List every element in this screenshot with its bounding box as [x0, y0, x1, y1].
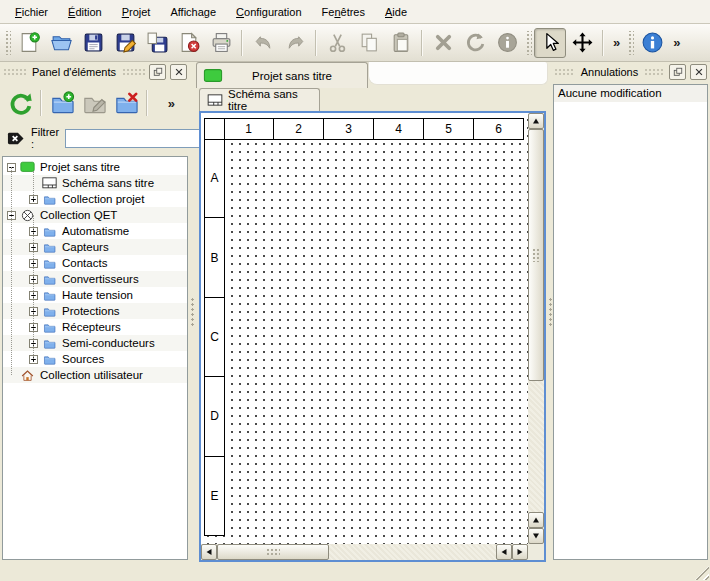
- file-toolbar-handle[interactable]: [4, 31, 11, 55]
- mode-toolbar-handle[interactable]: [525, 31, 532, 55]
- scroll-left-button-2[interactable]: [496, 544, 512, 560]
- reload-icon: [8, 91, 33, 116]
- copy-icon: [358, 31, 381, 54]
- undo-dock-header[interactable]: Annulations: [551, 62, 710, 82]
- expander-icon[interactable]: [7, 211, 16, 220]
- folder-icon: [41, 224, 57, 238]
- horizontal-scroll-track[interactable]: [217, 544, 496, 560]
- save-all-button[interactable]: [141, 28, 173, 58]
- info-toolbar-handle[interactable]: [627, 31, 634, 55]
- close-icon: [694, 67, 704, 77]
- properties-button[interactable]: [491, 28, 523, 58]
- tree-item-haute-tension[interactable]: Haute tension: [3, 287, 187, 303]
- float-dock-button[interactable]: [149, 64, 166, 80]
- tree-item-schema-sans-titre[interactable]: Schéma sans titre: [3, 175, 187, 191]
- diagram-canvas[interactable]: 123456 ABCDE: [201, 113, 528, 544]
- folder-icon: [41, 192, 57, 206]
- expander-icon[interactable]: [29, 291, 38, 300]
- scroll-left-button[interactable]: [201, 544, 217, 560]
- tree-item-projet-sans-titre[interactable]: Projet sans titre: [3, 159, 187, 175]
- tree-item-capteurs[interactable]: Capteurs: [3, 239, 187, 255]
- tree-item-semi-conducteurs[interactable]: Semi-conducteurs: [3, 335, 187, 351]
- reload-button[interactable]: [4, 87, 36, 119]
- menu-fichier[interactable]: Fichier: [6, 3, 57, 21]
- scroll-up-button[interactable]: [528, 113, 544, 129]
- ruler-row-cell: E: [204, 457, 225, 536]
- toolbar-separator: [315, 30, 317, 56]
- horizontal-scrollbar[interactable]: [201, 544, 528, 560]
- menu-affichage[interactable]: Affichage: [161, 3, 225, 21]
- tree-item-recepteurs[interactable]: Récepteurs: [3, 319, 187, 335]
- scroll-down-button[interactable]: [528, 528, 544, 544]
- menu-fenetres[interactable]: Fenêtres: [313, 3, 374, 21]
- tree-item-label: Collection projet: [60, 193, 144, 205]
- open-document-button[interactable]: [45, 28, 77, 58]
- vertical-scroll-track[interactable]: [528, 129, 544, 512]
- tree-item-collection-projet[interactable]: Collection projet: [3, 191, 187, 207]
- new-document-button[interactable]: [13, 28, 45, 58]
- elements-panel-header[interactable]: Panel d'éléments: [0, 62, 190, 82]
- menu-configuration[interactable]: Configuration: [227, 3, 310, 21]
- menu-edition[interactable]: Édition: [59, 3, 111, 21]
- vertical-scroll-thumb[interactable]: [528, 129, 544, 381]
- schema-tab-label: Schéma sans titre: [228, 88, 312, 112]
- close-dock-button[interactable]: [690, 64, 707, 80]
- expander-icon[interactable]: [29, 275, 38, 284]
- select-mode-button[interactable]: [534, 28, 566, 58]
- expander-icon[interactable]: [7, 163, 16, 172]
- save-as-button[interactable]: [109, 28, 141, 58]
- float-dock-button[interactable]: [669, 64, 686, 80]
- expander-icon[interactable]: [29, 259, 38, 268]
- expander-icon[interactable]: [29, 355, 38, 364]
- tab-project[interactable]: Projet sans titre: [196, 62, 368, 88]
- expander-icon[interactable]: [29, 339, 38, 348]
- menu-projet[interactable]: Projet: [113, 3, 160, 21]
- cut-button[interactable]: [321, 28, 353, 58]
- redo-button[interactable]: [279, 28, 311, 58]
- undo-history-item[interactable]: Aucune modification: [554, 85, 707, 102]
- tree-item-sources[interactable]: Sources: [3, 351, 187, 367]
- about-button[interactable]: [636, 28, 668, 58]
- tree-item-label: Collection QET: [38, 209, 117, 221]
- scroll-mode-button[interactable]: [566, 28, 598, 58]
- expander-icon[interactable]: [29, 243, 38, 252]
- expander-icon[interactable]: [29, 307, 38, 316]
- tree-item-protections[interactable]: Protections: [3, 303, 187, 319]
- toolbar-overflow-button[interactable]: »: [163, 96, 180, 111]
- resize-grip[interactable]: [695, 566, 709, 580]
- tree-item-automatisme[interactable]: Automatisme: [3, 223, 187, 239]
- delete-button[interactable]: [427, 28, 459, 58]
- vertical-scrollbar[interactable]: [528, 113, 544, 544]
- clear-filter-icon[interactable]: [6, 130, 25, 147]
- float-icon: [153, 67, 163, 77]
- new-category-button[interactable]: [46, 87, 78, 119]
- close-document-button[interactable]: [173, 28, 205, 58]
- copy-button[interactable]: [353, 28, 385, 58]
- toolbar-separator: [602, 30, 604, 56]
- folder-icon: [41, 336, 57, 350]
- toolbar-overflow-button[interactable]: »: [608, 35, 625, 50]
- scroll-up-button-2[interactable]: [528, 512, 544, 528]
- rotate-button[interactable]: [459, 28, 491, 58]
- expander-icon[interactable]: [29, 227, 38, 236]
- print-button[interactable]: [205, 28, 237, 58]
- tab-schema[interactable]: Schéma sans titre: [199, 88, 320, 111]
- delete-category-button[interactable]: [110, 87, 142, 119]
- tree-item-convertisseurs[interactable]: Convertisseurs: [3, 271, 187, 287]
- tree-item-contacts[interactable]: Contacts: [3, 255, 187, 271]
- close-dock-button[interactable]: [170, 64, 187, 80]
- toolbar-overflow-button[interactable]: »: [668, 35, 685, 50]
- schema-icon: [41, 176, 57, 190]
- expander-icon[interactable]: [29, 323, 38, 332]
- paste-button[interactable]: [385, 28, 417, 58]
- scroll-right-button[interactable]: [512, 544, 528, 560]
- undo-button[interactable]: [247, 28, 279, 58]
- save-button[interactable]: [77, 28, 109, 58]
- horizontal-scroll-thumb[interactable]: [217, 544, 329, 560]
- tree-item-collection-qet[interactable]: Collection QET: [3, 207, 187, 223]
- edit-category-button[interactable]: [78, 87, 110, 119]
- folder-icon: [41, 320, 57, 334]
- menu-aide[interactable]: Aide: [376, 3, 416, 21]
- tree-item-collection-utilisateur[interactable]: Collection utilisateur: [3, 367, 187, 383]
- expander-icon[interactable]: [29, 195, 38, 204]
